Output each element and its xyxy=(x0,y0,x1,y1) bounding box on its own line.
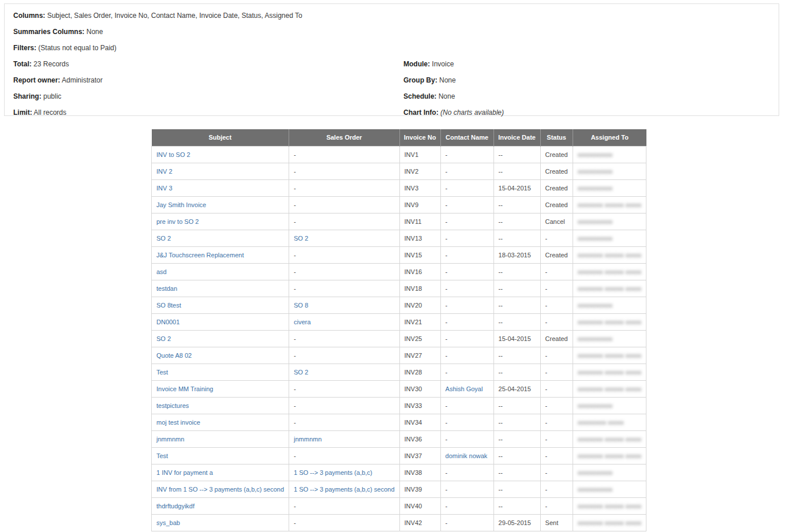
cell-contact-name: Ashish Goyal xyxy=(440,380,493,397)
cell-subject: INV from 1 SO --> 3 payments (a,b,c) sec… xyxy=(152,481,289,497)
report-table-body: INV to SO 2-INV1---CreatedxxxxxxxxxxxINV… xyxy=(152,146,646,531)
subject-link[interactable]: SO 2 xyxy=(156,235,171,242)
cell-invoice-date: -- xyxy=(493,313,540,330)
subject-link[interactable]: INV 3 xyxy=(156,185,173,192)
cell-invoice-date: 29-05-2015 xyxy=(493,514,540,531)
subject-link[interactable]: pre inv to SO 2 xyxy=(156,218,199,225)
cell-contact-name: - xyxy=(440,313,493,330)
cell-subject: Invoice MM Training xyxy=(152,380,289,397)
cell-contact-name: - xyxy=(440,230,493,246)
assigned-to-redacted: xxxxxxxx xxxxxx xxxxx xyxy=(578,452,642,459)
subject-link[interactable]: Test xyxy=(156,369,168,376)
cell-invoice-no: INV1 xyxy=(399,146,440,163)
cell-contact-name: - xyxy=(440,414,493,430)
cell-subject: testpictures xyxy=(152,397,289,414)
cell-sales-order: SO 2 xyxy=(289,230,400,246)
cell-subject: sys_bab xyxy=(152,514,289,531)
cell-contact-name: - xyxy=(440,163,493,179)
field-value: All records xyxy=(32,108,66,117)
subject-link[interactable]: SO 8test xyxy=(156,302,181,309)
cell-invoice-date: -- xyxy=(493,163,540,179)
contact-name-link[interactable]: dominik nowak xyxy=(446,452,488,459)
cell-invoice-no: INV34 xyxy=(399,414,440,430)
cell-sales-order: jnmmnmn xyxy=(289,430,400,447)
cell-sales-order: - xyxy=(289,246,400,263)
sales-order-link[interactable]: SO 2 xyxy=(294,235,308,242)
assigned-to-redacted: xxxxxxxx xxxxxx xxxxx xyxy=(578,503,642,509)
sales-order-link[interactable]: jnmmnmn xyxy=(294,436,321,443)
table-row: thdrftudgyikdf-INV40----xxxxxxxx xxxxxx … xyxy=(152,497,646,514)
cell-invoice-date: 15-04-2015 xyxy=(493,179,540,196)
cell-sales-order: - xyxy=(289,347,400,364)
cell-assigned-to: xxxxxxxx xxxxxx xxxxx xyxy=(573,447,646,464)
header-row: SubjectSales OrderInvoice NoContact Name… xyxy=(152,129,646,146)
cell-invoice-date: 18-03-2015 xyxy=(493,246,540,263)
sales-order-link[interactable]: 1 SO --> 3 payments (a,b,c) second xyxy=(294,486,395,493)
cell-assigned-to: xxxxxxxx xxxxxx xxxxx xyxy=(573,430,646,447)
cell-invoice-no: INV16 xyxy=(399,263,440,280)
subject-link[interactable]: Jay Smith Invoice xyxy=(156,201,206,208)
field-value: (No charts available) xyxy=(439,108,504,117)
cell-status: Created xyxy=(540,246,573,263)
cell-status: - xyxy=(540,297,573,313)
cell-subject: SO 8test xyxy=(152,297,289,313)
cell-subject: testdan xyxy=(152,280,289,297)
subject-link[interactable]: J&J Touchscreen Replacement xyxy=(156,252,244,258)
sales-order-link[interactable]: 1 SO --> 3 payments (a,b,c) xyxy=(294,469,372,476)
cell-sales-order: - xyxy=(289,514,400,531)
column-header-sales-order: Sales Order xyxy=(289,129,400,146)
table-row: INV from 1 SO --> 3 payments (a,b,c) sec… xyxy=(152,481,646,497)
subject-link[interactable]: Test xyxy=(156,452,168,459)
cell-subject: Jay Smith Invoice xyxy=(152,196,289,213)
subject-link[interactable]: INV to SO 2 xyxy=(156,151,190,158)
cell-invoice-no: INV9 xyxy=(399,196,440,213)
assigned-to-redacted: xxxxxxxx xxxxxx xxxxx xyxy=(578,385,642,392)
subject-link[interactable]: SO 2 xyxy=(156,335,171,342)
cell-sales-order: - xyxy=(289,280,400,297)
subject-link[interactable]: Invoice MM Training xyxy=(156,385,213,392)
cell-assigned-to: xxxxxxxx xxxxxx xxxxx xyxy=(573,364,646,380)
subject-link[interactable]: jnmmnmn xyxy=(156,436,184,443)
subject-link[interactable]: INV from 1 SO --> 3 payments (a,b,c) sec… xyxy=(156,486,284,493)
subject-link[interactable]: INV 2 xyxy=(156,168,173,175)
subject-link[interactable]: testpictures xyxy=(156,402,189,409)
field-value: 23 Records xyxy=(32,60,69,68)
subject-link[interactable]: Quote A8 02 xyxy=(156,352,192,359)
cell-status: Created xyxy=(540,196,573,213)
cell-status: Created xyxy=(540,330,573,347)
cell-contact-name: - xyxy=(440,297,493,313)
cell-sales-order: 1 SO --> 3 payments (a,b,c) second xyxy=(289,481,400,497)
cell-status: - xyxy=(540,481,573,497)
table-row: SO 2SO 2INV13----xxxxxxxxxxx xyxy=(152,230,646,246)
subject-link[interactable]: testdan xyxy=(156,285,177,292)
cell-invoice-no: INV3 xyxy=(399,179,440,196)
field-label: Module: xyxy=(403,60,430,68)
cell-sales-order: - xyxy=(289,380,400,397)
field-label: Columns: xyxy=(13,12,45,20)
subject-link[interactable]: 1 INV for payment a xyxy=(156,469,213,476)
table-row: INV 3-INV3-15-04-2015Createdxxxxxxxxxxx xyxy=(152,179,646,196)
cell-status: - xyxy=(540,230,573,246)
table-row: DN0001civeraINV21----xxxxxxxx xxxxxx xxx… xyxy=(152,313,646,330)
field-value: Administrator xyxy=(60,76,102,84)
sales-order-link[interactable]: SO 8 xyxy=(294,302,308,309)
subject-link[interactable]: thdrftudgyikdf xyxy=(156,503,195,509)
subject-link[interactable]: asd xyxy=(156,268,167,275)
column-header-invoice-no: Invoice No xyxy=(399,129,440,146)
cell-invoice-no: INV21 xyxy=(399,313,440,330)
cell-sales-order: - xyxy=(289,213,400,230)
cell-sales-order: SO 2 xyxy=(289,364,400,380)
table-row: TestSO 2INV28----xxxxxxxx xxxxxx xxxxx xyxy=(152,364,646,380)
subject-link[interactable]: moj test invoice xyxy=(156,419,200,426)
cell-assigned-to: xxxxxxxx xxxxxx xxxxx xyxy=(573,380,646,397)
sales-order-link[interactable]: civera xyxy=(294,319,311,325)
contact-name-link[interactable]: Ashish Goyal xyxy=(446,385,483,392)
field-label: Total: xyxy=(13,60,32,68)
cell-invoice-no: INV25 xyxy=(399,330,440,347)
cell-contact-name: - xyxy=(440,464,493,481)
cell-contact-name: - xyxy=(440,246,493,263)
subject-link[interactable]: DN0001 xyxy=(156,319,180,325)
cell-sales-order: civera xyxy=(289,313,400,330)
subject-link[interactable]: sys_bab xyxy=(156,519,180,526)
sales-order-link[interactable]: SO 2 xyxy=(294,369,308,376)
